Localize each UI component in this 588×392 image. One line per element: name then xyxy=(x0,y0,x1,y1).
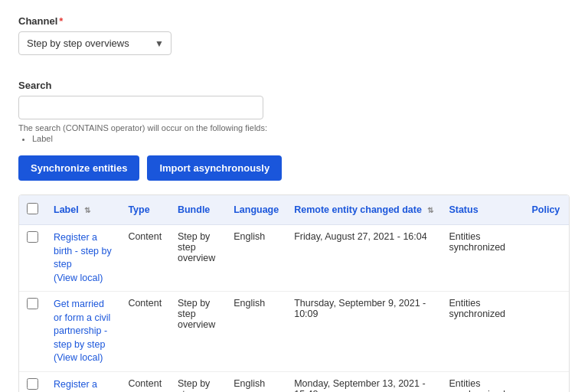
page-wrapper: Channel* Step by step overviewsOther cha… xyxy=(0,0,588,392)
header-date[interactable]: Remote entity changed date ⇅ xyxy=(286,195,441,225)
search-hint: The search (CONTAINS operator) will occu… xyxy=(18,123,570,143)
sort-icon-date: ⇅ xyxy=(427,206,433,214)
table-row: Register a stillbirth - step by step(Vie… xyxy=(19,371,569,392)
row-date-cell: Friday, August 27, 2021 - 16:04 xyxy=(286,225,441,292)
row-checkbox-cell xyxy=(19,292,46,372)
row-label-link[interactable]: Register a birth - step by step xyxy=(54,232,112,270)
sort-icon-label: ⇅ xyxy=(84,206,90,214)
table-row: Get married or form a civil partnership … xyxy=(19,292,569,372)
row-checkbox-cell xyxy=(19,225,46,292)
row-label-cell: Register a stillbirth - step by step(Vie… xyxy=(46,371,120,392)
row-label-link[interactable]: Register a stillbirth - step by step xyxy=(54,379,113,393)
header-policy: Policy xyxy=(524,195,569,225)
search-section: Search The search (CONTAINS operator) wi… xyxy=(18,80,570,143)
row-label-link[interactable]: Get married or form a civil partnership … xyxy=(54,299,110,350)
row-language-cell: English xyxy=(226,225,286,292)
row-checkbox[interactable] xyxy=(27,231,38,243)
row-language-cell: English xyxy=(226,371,286,392)
search-label: Search xyxy=(18,80,570,91)
header-bundle: Bundle xyxy=(170,195,226,225)
channel-select-wrapper: Step by step overviewsOther channel ▼ xyxy=(18,31,172,55)
row-view-local-link[interactable]: (View local) xyxy=(54,352,103,363)
row-view-local-link[interactable]: (View local) xyxy=(54,273,103,283)
search-input[interactable] xyxy=(18,96,263,119)
row-bundle-cell: Step by step overview xyxy=(170,292,226,372)
row-type-cell: Content xyxy=(120,292,170,372)
row-label-cell: Register a birth - step by step(View loc… xyxy=(46,225,120,292)
row-checkbox-cell xyxy=(19,371,46,392)
sync-entities-button[interactable]: Synchronize entities xyxy=(18,155,139,181)
row-checkbox[interactable] xyxy=(27,378,38,390)
status-badge: Entities synchronized xyxy=(449,298,505,319)
row-bundle-cell: Step by step overview xyxy=(170,371,226,392)
select-all-checkbox[interactable] xyxy=(27,203,38,214)
row-status-cell: Entities synchronized xyxy=(441,225,524,292)
channel-select[interactable]: Step by step overviewsOther channel xyxy=(18,31,172,55)
row-status-cell: Entities synchronized xyxy=(441,371,524,392)
header-label[interactable]: Label ⇅ xyxy=(46,195,120,225)
table-row: Register a birth - step by step(View loc… xyxy=(19,225,569,292)
search-hint-field: Label xyxy=(32,134,570,143)
row-bundle-cell: Step by step overview xyxy=(170,225,226,292)
status-badge: Entities synchronized xyxy=(449,378,505,393)
entities-table-wrapper: Label ⇅ Type Bundle Language Remote enti… xyxy=(18,194,570,392)
row-type-cell: Content xyxy=(120,225,170,292)
header-type: Type xyxy=(120,195,170,225)
row-type-cell: Content xyxy=(120,371,170,392)
entities-table: Label ⇅ Type Bundle Language Remote enti… xyxy=(19,195,569,392)
table-header-row: Label ⇅ Type Bundle Language Remote enti… xyxy=(19,195,569,225)
row-language-cell: English xyxy=(226,292,286,372)
actions-bar: Synchronize entities Import asynchronous… xyxy=(18,155,570,181)
header-language: Language xyxy=(226,195,286,225)
status-badge: Entities synchronized xyxy=(449,231,505,253)
row-policy-cell xyxy=(524,225,569,292)
channel-label: Channel* xyxy=(18,15,570,27)
row-policy-cell xyxy=(524,292,569,372)
row-date-cell: Monday, September 13, 2021 - 15:48 xyxy=(286,371,441,392)
header-status: Status xyxy=(441,195,524,225)
required-indicator: * xyxy=(59,15,63,27)
header-checkbox-cell xyxy=(19,195,46,225)
row-date-cell: Thursday, September 9, 2021 - 10:09 xyxy=(286,292,441,372)
row-checkbox[interactable] xyxy=(27,298,38,309)
import-async-button[interactable]: Import asynchronously xyxy=(147,155,282,181)
channel-field: Channel* Step by step overviewsOther cha… xyxy=(18,15,570,67)
row-status-cell: Entities synchronized xyxy=(441,292,524,372)
row-policy-cell xyxy=(524,371,569,392)
row-label-cell: Get married or form a civil partnership … xyxy=(46,292,120,372)
